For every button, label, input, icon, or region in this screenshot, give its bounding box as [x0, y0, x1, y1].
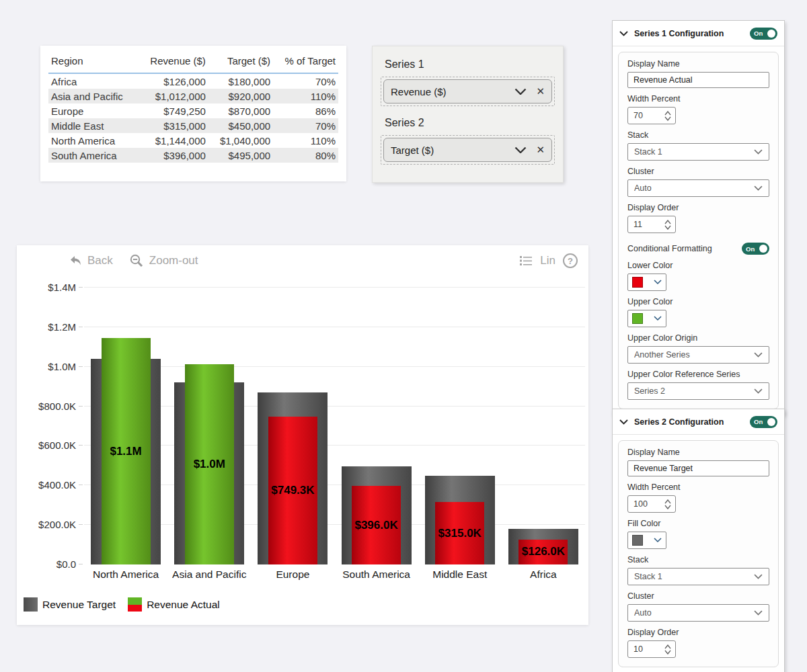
legend-toggle-icon[interactable] [519, 255, 533, 267]
color-picker[interactable] [627, 310, 666, 327]
chevron-up-icon[interactable] [664, 220, 671, 224]
axis-tick [79, 524, 83, 525]
back-button[interactable]: Back [69, 254, 113, 267]
dropdown[interactable]: Stack 1 [627, 143, 769, 161]
bar-value-label: $396.0K [354, 519, 397, 532]
chart-plot-area: $1.4M$1.2M$1.0M$800.0K$600.0K$400.0K$200… [84, 288, 585, 564]
stepper-arrows-icon[interactable] [664, 499, 671, 509]
bar-value-label: $126.0K [522, 545, 565, 558]
remove-icon[interactable]: ✕ [536, 85, 545, 97]
series-field-pill-label: Target ($) [391, 144, 434, 156]
number-stepper[interactable]: 10 [627, 640, 676, 658]
field-label: Stack [627, 555, 769, 565]
field-label: Width Percent [627, 94, 769, 104]
chevron-down-icon [654, 280, 662, 284]
series-field-pill[interactable]: Revenue ($)✕ [383, 79, 552, 103]
field-label: Conditional Formatting [627, 244, 742, 253]
y-axis-tick-label: $800.0K [22, 401, 76, 412]
dropdown[interactable]: Auto [627, 604, 769, 622]
chevron-down-icon [754, 610, 763, 616]
table-row: North America$1,144,000$1,040,000110% [48, 133, 338, 148]
chevron-down-icon[interactable] [664, 116, 671, 121]
chevron-up-icon[interactable] [664, 644, 671, 649]
legend-label: Revenue Target [42, 599, 116, 611]
on-toggle[interactable]: On [750, 416, 777, 428]
number-stepper[interactable]: 100 [627, 495, 676, 513]
legend-item[interactable]: Revenue Target [24, 597, 116, 612]
chevron-down-icon[interactable] [664, 505, 671, 509]
text-input[interactable]: Revenue Actual [627, 72, 769, 88]
chevron-down-icon[interactable] [664, 650, 671, 655]
chevron-up-icon[interactable] [664, 499, 671, 504]
chart-toolbar: Back Zoom-out [69, 253, 198, 268]
panel-header[interactable]: Series 1 ConfigurationOn [613, 21, 784, 46]
number-stepper[interactable]: 11 [627, 216, 676, 233]
field-label: Fill Color [627, 519, 769, 529]
table-header-row: RegionRevenue ($)Target ($)% of Target [48, 51, 338, 73]
dropdown[interactable]: Series 2 [627, 382, 769, 400]
panel-header[interactable]: Series 2 ConfigurationOn [613, 409, 784, 435]
chevron-down-icon [514, 88, 527, 95]
dropdown[interactable]: Stack 1 [627, 568, 769, 585]
dropdown-value: Auto [634, 608, 652, 618]
on-toggle[interactable]: On [750, 28, 777, 40]
stepper-arrows-icon[interactable] [664, 220, 671, 230]
y-axis-tick-label: $1.4M [22, 282, 76, 293]
bar-value-label: $749.3K [271, 484, 314, 497]
stepper-arrows-icon[interactable] [664, 111, 671, 121]
series-field-pill[interactable]: Target ($)✕ [383, 138, 552, 162]
x-axis-label: Europe [276, 569, 309, 581]
on-toggle[interactable]: On [742, 243, 769, 255]
dropdown-value: Another Series [634, 350, 690, 360]
table-cell: $749,250 [138, 103, 208, 118]
axis-tick [79, 485, 83, 485]
bar-value-label: $315.0K [438, 527, 482, 540]
number-stepper[interactable]: 70 [627, 107, 676, 124]
x-axis-label: Middle East [432, 569, 487, 581]
chart-card: Back Zoom-out Lin ? $1.4M$1.2M$1.0M$800.… [17, 245, 588, 625]
collapse-chevron-icon[interactable] [619, 31, 628, 36]
dropdown-value: Stack 1 [634, 147, 662, 157]
chevron-down-icon [754, 352, 763, 358]
series-1-config-panel: Series 1 ConfigurationOnDisplay NameReve… [612, 20, 785, 415]
remove-icon[interactable]: ✕ [536, 144, 545, 156]
field-label: Cluster [627, 591, 769, 601]
table-cell: Asia and Pacific [48, 89, 138, 103]
table-row: Europe$749,250$870,00086% [48, 103, 338, 118]
collapse-chevron-icon[interactable] [619, 419, 628, 425]
panel-title: Series 1 Configuration [634, 29, 724, 38]
table-header-cell: Target ($) [208, 51, 273, 73]
axis-tick [79, 287, 83, 288]
dropdown[interactable]: Auto [627, 179, 769, 197]
legend-item[interactable]: Revenue Actual [128, 597, 220, 612]
color-picker[interactable] [627, 274, 666, 291]
chevron-up-icon[interactable] [664, 111, 671, 116]
table-body: Africa$126,000$180,00070%Asia and Pacifi… [48, 73, 338, 163]
table-cell: $180,000 [208, 73, 273, 89]
dropdown[interactable]: Another Series [627, 346, 769, 364]
axis-scale-label[interactable]: Lin [540, 254, 555, 267]
stepper-value: 10 [633, 644, 643, 654]
field-label: Stack [627, 130, 769, 140]
stepper-arrows-icon[interactable] [664, 644, 671, 655]
table: RegionRevenue ($)Target ($)% of Target A… [48, 51, 338, 163]
bar-value-label: $1.1M [110, 445, 141, 458]
zoom-out-label: Zoom-out [149, 254, 198, 267]
conditional-formatting-row: Conditional FormattingOn [627, 243, 769, 255]
color-picker[interactable] [627, 532, 666, 549]
bar-value-label: $1.0M [194, 458, 225, 471]
table-cell: 70% [273, 118, 338, 133]
help-icon[interactable]: ? [563, 253, 578, 268]
chevron-down-icon[interactable] [664, 225, 671, 230]
toggle-knob [767, 418, 775, 426]
zoom-out-button[interactable]: Zoom-out [129, 253, 198, 268]
table-cell: 80% [273, 148, 338, 163]
legend-swatch-conditional [128, 597, 142, 612]
table-cell: Africa [48, 73, 138, 89]
table-cell: $1,012,000 [138, 89, 208, 103]
gridline [84, 287, 585, 288]
text-input[interactable]: Revenue Target [627, 460, 769, 476]
table-row: Asia and Pacific$1,012,000$920,000110% [48, 89, 338, 103]
field-well-label: Series 1 [385, 58, 555, 71]
color-swatch [632, 277, 643, 288]
